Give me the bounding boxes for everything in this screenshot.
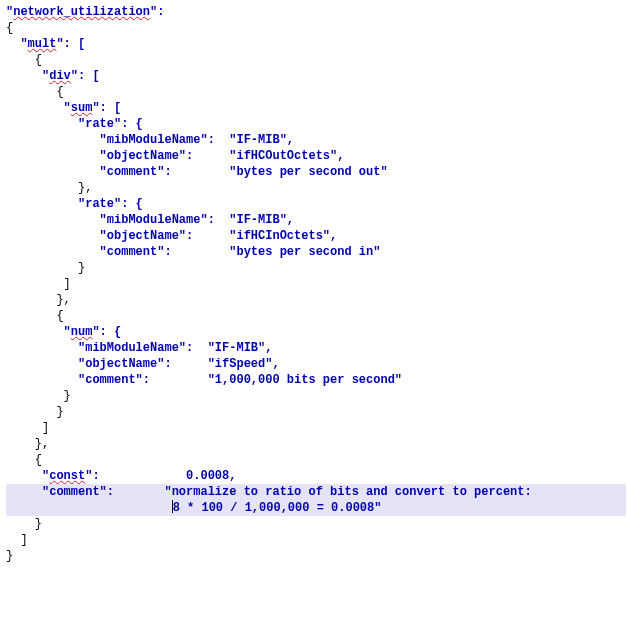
code-line: "num": {	[6, 325, 121, 339]
spell-squiggle: sum	[71, 101, 93, 115]
code-line: {	[6, 53, 42, 67]
code-line: "rate": {	[6, 197, 143, 211]
code-line: ]	[6, 533, 28, 547]
highlighted-line: 8 * 100 / 1,000,000 = 0.0008"	[6, 500, 626, 516]
code-line: "const": 0.0008,	[6, 469, 236, 483]
spell-squiggle: network_utilization	[13, 5, 150, 19]
code-block: "network_utilization": { "mult": [ { "di…	[0, 0, 628, 564]
code-line: ]	[6, 277, 71, 291]
spell-squiggle: num	[71, 325, 93, 339]
spell-squiggle: const	[49, 469, 85, 483]
code-line: }	[6, 261, 85, 275]
code-line: "div": [	[6, 69, 100, 83]
code-line: "comment": "bytes per second in"	[6, 245, 380, 259]
code-line: ]	[6, 421, 49, 435]
code-line: },	[6, 437, 49, 451]
code-line: {	[6, 309, 64, 323]
code-line: "mibModuleName": "IF-MIB",	[6, 133, 294, 147]
code-line: "mibModuleName": "IF-MIB",	[6, 341, 272, 355]
code-line: {	[6, 21, 13, 35]
code-line: "mult": [	[6, 37, 85, 51]
code-line: "comment": "bytes per second out"	[6, 165, 388, 179]
code-line: "objectName": "ifHCInOctets",	[6, 229, 337, 243]
code-line: "sum": [	[6, 101, 121, 115]
code-line: "rate": {	[6, 117, 143, 131]
spell-squiggle: div	[49, 69, 71, 83]
code-line: "objectName": "ifSpeed",	[6, 357, 280, 371]
code-line: "objectName": "ifHCOutOctets",	[6, 149, 344, 163]
highlighted-line: "comment": "normalize to ratio of bits a…	[6, 484, 626, 500]
code-line: "mibModuleName": "IF-MIB",	[6, 213, 294, 227]
spell-squiggle: mult	[28, 37, 57, 51]
code-line: },	[6, 181, 92, 195]
code-line: }	[6, 405, 64, 419]
code-line: },	[6, 293, 71, 307]
code-line: }	[6, 389, 71, 403]
code-line: }	[6, 549, 13, 563]
code-line: {	[6, 453, 42, 467]
code-line: {	[6, 85, 64, 99]
code-line: "comment": "1,000,000 bits per second"	[6, 373, 402, 387]
code-line: "network_utilization":	[6, 5, 164, 19]
code-line: }	[6, 517, 42, 531]
